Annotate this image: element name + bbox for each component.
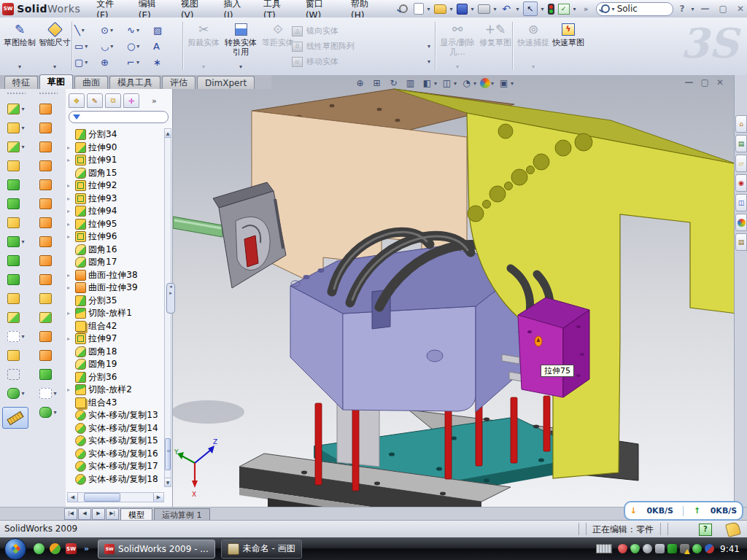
polygon-icon[interactable]: ⊕ [101, 54, 127, 70]
tree-item[interactable]: ▸ 拉伸93 [67, 192, 163, 206]
sketch-button[interactable]: ✎ 草图绘制▾ [3, 20, 36, 71]
tree-horizontal-scrollbar[interactable]: ◀ ▶ [67, 492, 164, 502]
scroll-left-icon[interactable]: ◀ [68, 493, 78, 502]
tags-icon[interactable] [725, 521, 741, 537]
pattern-row-button[interactable]: △ 镜向实体 [292, 23, 430, 39]
tree-item[interactable]: 实体-移动/复制18 [67, 473, 163, 486]
command-tab[interactable]: 特征 [4, 76, 38, 89]
hide-show-items-icon[interactable]: ◔ [460, 77, 473, 89]
expand-arrow-icon[interactable]: ▸ [67, 233, 73, 240]
sync-icon[interactable] [667, 544, 677, 553]
volume-icon[interactable] [655, 544, 665, 553]
command-tab[interactable]: 模具工具 [109, 76, 160, 89]
expand-arrow-icon[interactable]: ▸ [67, 386, 73, 393]
search-results-icon[interactable]: ◉ [735, 174, 747, 192]
antivirus-shield-icon[interactable] [630, 544, 640, 553]
doc-minimize-icon[interactable]: — [685, 77, 694, 88]
tree-item[interactable]: ▸ 拉伸92 [67, 179, 163, 192]
circle-icon[interactable]: ⊙▾ [101, 22, 127, 38]
panel-more-button[interactable]: » [152, 96, 157, 106]
command-tab[interactable]: 曲面 [74, 76, 108, 89]
network-warning-icon[interactable] [680, 544, 689, 553]
quick-snaps-button[interactable]: ⊚ 快速捕捉▾ [516, 20, 550, 71]
feature-manager-tab[interactable]: ❖ [69, 93, 85, 108]
property-manager-tab[interactable]: ✎ [87, 93, 103, 108]
tree-filter[interactable] [69, 111, 169, 123]
doc-close-icon[interactable]: ✕ [716, 77, 724, 88]
open-icon[interactable] [434, 4, 446, 14]
tree-item[interactable]: 实体-移动/复制17 [67, 460, 163, 473]
doc-restore-icon[interactable]: ▢ [701, 77, 709, 88]
input-method-icon[interactable] [596, 544, 612, 553]
tab-nav-button[interactable]: ▶ [92, 508, 105, 520]
tree-item[interactable]: 实体-移动/复制13 [67, 409, 163, 422]
appearances-icon[interactable]: ● [480, 78, 490, 88]
point-icon[interactable]: ∗ [153, 54, 179, 70]
resources-home-icon[interactable]: ⌂ [735, 115, 747, 133]
messenger-quick-icon[interactable] [34, 543, 44, 554]
trim-entities-button[interactable]: ✂ 剪裁实体▾ [187, 20, 220, 71]
design-library-icon[interactable]: ▤ [735, 135, 747, 152]
scroll-right-icon[interactable]: ▶ [153, 493, 163, 502]
tree-item[interactable]: 分割34 [67, 128, 163, 141]
tree-item[interactable]: 圆角15 [67, 167, 163, 180]
command-tab[interactable]: 评估 [162, 76, 196, 89]
tree-item[interactable]: ▸ 切除-放样2 [67, 384, 163, 397]
zoom-area-icon[interactable]: ⊞ [371, 77, 383, 89]
tree-item[interactable]: 分割36 [67, 371, 163, 384]
tree-item[interactable]: ▸ 曲面-拉伸39 [67, 281, 163, 295]
command-tab[interactable]: DimXpert [197, 76, 255, 89]
tree-item[interactable]: ▸ 拉伸91 [67, 154, 163, 167]
arc-icon[interactable]: ◡▾ [101, 38, 127, 54]
sketch-fillet-icon[interactable]: ⌐▾ [127, 54, 153, 70]
scene-icon[interactable]: ▣ [498, 77, 510, 89]
convert-entities-button[interactable]: 转换实体引用▾ [222, 20, 260, 71]
tree-item[interactable]: ▸ 拉伸90 [67, 141, 163, 155]
zoom-fit-icon[interactable]: ⊕ [354, 77, 366, 89]
file-explorer-icon[interactable]: ▱ [735, 155, 747, 172]
tab-nav-button[interactable]: ▶| [106, 508, 119, 520]
expand-arrow-icon[interactable]: ▸ [67, 310, 73, 316]
help-button[interactable]: ? [677, 4, 688, 14]
filter-input[interactable] [83, 112, 159, 122]
save-icon[interactable] [457, 4, 468, 15]
tree-item[interactable]: ▸ 拉伸97 [67, 332, 163, 346]
select-region-icon[interactable]: ▨ [153, 22, 179, 38]
appearances-pane-icon[interactable] [735, 214, 747, 231]
options-icon[interactable]: ✓ [558, 4, 570, 15]
expand-arrow-icon[interactable]: ▸ [67, 284, 73, 291]
expand-arrow-icon[interactable]: ▸ [67, 195, 73, 202]
expand-arrow-icon[interactable]: ▸ [67, 182, 73, 189]
expand-arrow-icon[interactable]: ▸ [67, 157, 73, 163]
cavity-block-part[interactable] [518, 298, 589, 397]
expand-arrow-icon[interactable]: ▸ [67, 272, 73, 279]
start-button[interactable] [4, 538, 26, 560]
tree-item[interactable]: ▸ 拉伸95 [67, 218, 163, 231]
taskbar-task-button[interactable]: 未命名 - 画图 [221, 540, 302, 559]
configuration-manager-tab[interactable]: ⧉ [105, 93, 121, 108]
graphics-viewport[interactable]: Y Z X ⊕ ⊞ [173, 75, 734, 507]
quick-tips-icon[interactable]: ? [699, 524, 712, 536]
command-tab[interactable]: 草图 [39, 74, 73, 89]
tree-item[interactable]: ▸ 切除-放样1 [67, 307, 163, 320]
tree-item[interactable]: ▸ 曲面-拉伸38 [67, 269, 163, 282]
panel-splitter-handle[interactable]: ◂▸ [166, 283, 175, 314]
search-box[interactable]: ▾ Solic [596, 2, 673, 16]
quick-launch-chevron[interactable]: » [84, 544, 89, 553]
solidworks-quick-icon[interactable]: SW [66, 543, 77, 554]
tree-item[interactable]: 实体-移动/复制16 [67, 448, 163, 461]
scroll-thumb[interactable] [165, 438, 171, 470]
tab-nav-button[interactable]: ◀ [78, 508, 91, 520]
display-delete-relations-button[interactable]: ⚯ 显示/删除几...▾ [439, 20, 476, 71]
repair-sketch-button[interactable]: +✎ 修复草图 [479, 20, 512, 71]
restore-button[interactable]: ▢ [716, 4, 730, 14]
security-quick-icon[interactable] [50, 543, 61, 554]
offset-entities-button[interactable]: ⟐ 等距实体 [261, 20, 295, 71]
security-shield-icon[interactable] [618, 544, 627, 553]
tree-item[interactable]: ▸ 拉伸96 [67, 230, 163, 244]
network-speed-widget[interactable]: ↓ 0KB/S ↑ 0KB/S [624, 501, 743, 521]
tree-item[interactable]: 圆角17 [67, 256, 163, 269]
custom-properties-icon[interactable]: ▤ [735, 233, 747, 251]
text-icon[interactable]: A [153, 38, 179, 54]
scroll-thumb[interactable] [84, 493, 120, 502]
